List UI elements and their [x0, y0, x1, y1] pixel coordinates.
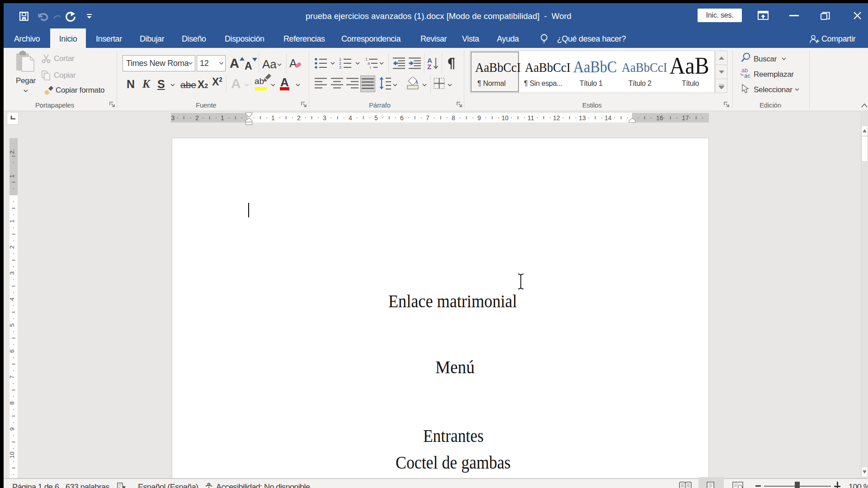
- svg-text:6: 6: [400, 114, 404, 122]
- svg-text:3: 3: [323, 114, 326, 122]
- svg-text:5: 5: [374, 114, 378, 122]
- svg-text:9: 9: [9, 427, 15, 431]
- svg-text:4: 4: [9, 297, 15, 301]
- svg-text:7: 7: [9, 375, 15, 379]
- svg-text:1: 1: [9, 220, 15, 223]
- svg-text:2: 2: [195, 114, 199, 122]
- svg-text:12: 12: [553, 114, 560, 122]
- svg-text:8: 8: [452, 114, 455, 122]
- svg-text:5: 5: [9, 324, 15, 327]
- svg-text:Z: Z: [427, 63, 431, 70]
- svg-text:9: 9: [477, 114, 481, 122]
- svg-text:1: 1: [221, 114, 224, 122]
- svg-text:13: 13: [579, 114, 586, 122]
- svg-text:10: 10: [501, 114, 509, 122]
- svg-text:2: 2: [9, 245, 15, 249]
- svg-text:i: i: [370, 65, 371, 69]
- svg-text:3: 3: [339, 65, 341, 69]
- svg-text:2: 2: [297, 114, 301, 122]
- svg-text:11: 11: [528, 114, 534, 122]
- svg-text:14: 14: [604, 114, 612, 122]
- svg-text:ac: ac: [744, 72, 750, 79]
- svg-text:1: 1: [9, 174, 15, 178]
- svg-text:1: 1: [271, 114, 275, 122]
- svg-text:3: 3: [171, 114, 175, 122]
- svg-text:4: 4: [349, 114, 352, 122]
- svg-text:6: 6: [9, 349, 15, 353]
- svg-text:17: 17: [682, 114, 689, 122]
- svg-text:10: 10: [9, 451, 15, 458]
- svg-text:7: 7: [426, 114, 429, 122]
- svg-text:8: 8: [9, 401, 15, 405]
- svg-text:2: 2: [9, 150, 15, 154]
- svg-text:3: 3: [9, 272, 15, 275]
- svg-text:16: 16: [656, 114, 663, 122]
